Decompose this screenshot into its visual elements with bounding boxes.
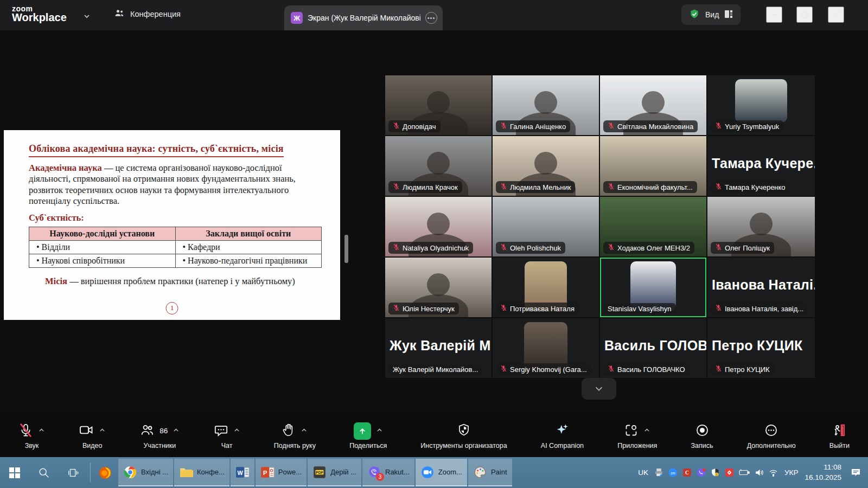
participant-tile[interactable]: Юлія Нестерчук bbox=[385, 258, 492, 317]
svg-text:W: W bbox=[237, 469, 243, 476]
view-button[interactable]: Вид bbox=[681, 4, 741, 25]
tray-abbyy-icon[interactable] bbox=[725, 468, 734, 477]
folder-icon bbox=[179, 465, 193, 479]
taskbar-app-powerpoint[interactable]: PPowe... bbox=[256, 459, 307, 486]
chevron-down-icon[interactable] bbox=[82, 12, 91, 23]
participant-name-label: Жук Валерій Миколайов... bbox=[388, 364, 482, 375]
toolbar-share-button[interactable]: Поделиться bbox=[349, 422, 387, 450]
toolbar-record-button[interactable]: Запись bbox=[691, 422, 713, 450]
tray-printer-icon[interactable] bbox=[654, 468, 663, 477]
participant-tile[interactable]: Yuriy Tsymbalyuk bbox=[707, 75, 815, 135]
taskbar-app-zoom[interactable]: Zoom... bbox=[416, 459, 467, 486]
tray-network-icon[interactable] bbox=[769, 468, 778, 477]
toolbar-button-label: Инструменты организатора bbox=[420, 442, 507, 450]
toolbar-sparkle-button[interactable]: AI Companion bbox=[541, 422, 584, 450]
taskbar-app-word[interactable]: W bbox=[231, 459, 254, 486]
participant-name-label: Економічний факульт... bbox=[603, 181, 697, 193]
tray-viber-icon[interactable] bbox=[697, 468, 706, 477]
participant-tile[interactable]: Економічний факульт... bbox=[600, 136, 706, 196]
participant-name-label: Іванова Наталія, завід... bbox=[711, 303, 808, 314]
taskbar-search-icon[interactable] bbox=[29, 457, 59, 488]
slide-table-cell: • Кафедри bbox=[175, 240, 322, 254]
participant-tile[interactable]: Ходаков Олег МЕН3/2 bbox=[600, 197, 706, 256]
chevron-up-icon[interactable] bbox=[643, 427, 650, 435]
participant-tile[interactable]: Іванова Наталі...Іванова Наталія, завід.… bbox=[707, 258, 815, 317]
participants-icon bbox=[114, 8, 125, 20]
participant-tile[interactable]: Sergiy Khomovij (Gara... bbox=[493, 318, 599, 378]
chevron-up-icon[interactable] bbox=[38, 427, 45, 435]
toolbar-people-button[interactable]: 86Участники bbox=[139, 422, 180, 450]
tray-zoom-mini-icon[interactable]: zm bbox=[668, 468, 678, 477]
slide-page-number: 1 bbox=[166, 302, 178, 314]
chevron-up-icon[interactable] bbox=[99, 427, 106, 435]
person-silhouette bbox=[534, 91, 557, 114]
word-icon: W bbox=[235, 465, 250, 479]
slide-definition: Академічна наука — це система організова… bbox=[29, 163, 325, 207]
taskbar-app-viber[interactable]: 3Rakut... bbox=[362, 459, 414, 486]
record-icon bbox=[695, 423, 710, 439]
participant-tile[interactable]: Василь ГОЛОВ...Василь ГОЛОВАЧКО bbox=[600, 318, 706, 378]
participant-tile[interactable]: Oleh Polishchuk bbox=[493, 197, 599, 256]
svg-text:zm: zm bbox=[671, 471, 675, 475]
tray-language-top[interactable]: UK bbox=[638, 468, 648, 477]
taskbar-divider bbox=[90, 463, 91, 483]
chevron-up-icon[interactable] bbox=[301, 427, 308, 435]
tray-defender-icon[interactable]: ! bbox=[711, 468, 720, 477]
tray-battery-icon[interactable] bbox=[739, 468, 750, 477]
participant-tile[interactable]: Олег Поліщук bbox=[707, 197, 815, 256]
participant-tile[interactable]: Тамара Кучере...Тамара Кучеренко bbox=[707, 136, 815, 196]
tab-conference[interactable]: Конференция bbox=[114, 8, 181, 20]
tab-options-icon[interactable]: ••• bbox=[425, 12, 437, 24]
taskbar-clock[interactable]: 11:0816.10.2025 bbox=[805, 463, 841, 482]
taskbar-app-paint[interactable]: Paint bbox=[468, 459, 512, 486]
more-icon bbox=[764, 423, 778, 439]
grid-scroll-down-button[interactable] bbox=[582, 378, 616, 400]
participant-tile[interactable]: Nataliya Olyadnichuk bbox=[385, 197, 492, 256]
notification-center-icon[interactable] bbox=[846, 457, 865, 488]
chevron-up-icon[interactable] bbox=[233, 427, 240, 435]
taskbar-apps: Вхідні ...Конфе...WPPowe...PDFДерій ...3… bbox=[93, 457, 513, 488]
start-button[interactable] bbox=[0, 457, 29, 488]
tab-screen-share[interactable]: Ж Экран (Жук Валерій Миколайові ••• bbox=[284, 5, 443, 30]
slide-table-header: Заклади вищої освіти bbox=[175, 227, 322, 240]
participant-name-label: Yuriy Tsymbalyuk bbox=[711, 120, 783, 132]
participant-tile[interactable]: Петро КУЦИКПетро КУЦИК bbox=[707, 318, 815, 378]
taskbar-app-chrome[interactable]: Вхідні ... bbox=[118, 459, 173, 486]
toolbar-chat-button[interactable]: Чат bbox=[214, 422, 240, 450]
participant-tile[interactable]: Stanislav Vasylishyn bbox=[600, 258, 706, 317]
toolbar-shield-button[interactable]: Инструменты организатора bbox=[420, 422, 507, 450]
taskbar-app-firefox[interactable] bbox=[93, 459, 117, 486]
minimize-button[interactable] bbox=[766, 7, 782, 23]
slide-table-header-row: Науково-дослідні установиЗаклади вищої о… bbox=[29, 227, 322, 240]
restore-button[interactable] bbox=[796, 7, 813, 23]
close-button[interactable] bbox=[828, 7, 844, 23]
tray-language[interactable]: УКР bbox=[784, 468, 798, 477]
toolbar-more-button[interactable]: Дополнительно bbox=[747, 422, 796, 450]
participant-name-label: Ходаков Олег МЕН3/2 bbox=[603, 242, 694, 254]
apps-icon bbox=[624, 423, 639, 439]
taskbar-app-folder[interactable]: Конфе... bbox=[174, 459, 229, 486]
tray-volume-icon[interactable] bbox=[755, 468, 764, 477]
mic-muted-icon bbox=[393, 183, 400, 191]
participant-tile[interactable]: Галина Аніщенко bbox=[493, 75, 599, 135]
toolbar-leave-button[interactable]: Выйти bbox=[829, 422, 850, 450]
participant-tile[interactable]: Людмила Крачок bbox=[385, 136, 492, 196]
participant-tile[interactable]: Потриваєва Наталя bbox=[493, 258, 599, 317]
participant-tile[interactable]: Світлана Михайловина bbox=[600, 75, 706, 135]
brand-workplace: Workplace bbox=[12, 11, 67, 24]
participant-tile[interactable]: Жук Валерій М...Жук Валерій Миколайов... bbox=[385, 318, 492, 378]
mic-muted-icon bbox=[393, 243, 400, 252]
participant-tile[interactable]: Людмила Мельник bbox=[493, 136, 599, 196]
mic-muted-icon bbox=[608, 243, 615, 252]
toolbar-camera-button[interactable]: Видео bbox=[79, 422, 106, 450]
toolbar-hand-button[interactable]: Поднять руку bbox=[274, 422, 316, 450]
toolbar-mic-muted-button[interactable]: Звук bbox=[18, 422, 45, 450]
panel-resize-handle[interactable] bbox=[344, 235, 348, 263]
toolbar-apps-button[interactable]: Приложения bbox=[617, 422, 657, 450]
chevron-up-icon[interactable] bbox=[173, 427, 180, 435]
participant-tile[interactable]: Доповідач bbox=[385, 75, 492, 135]
chevron-up-icon[interactable] bbox=[376, 427, 383, 435]
task-view-icon[interactable] bbox=[59, 457, 88, 488]
tray-clipboard-icon[interactable]: C bbox=[682, 468, 692, 477]
taskbar-app-pdf[interactable]: PDFДерій ... bbox=[308, 459, 361, 486]
